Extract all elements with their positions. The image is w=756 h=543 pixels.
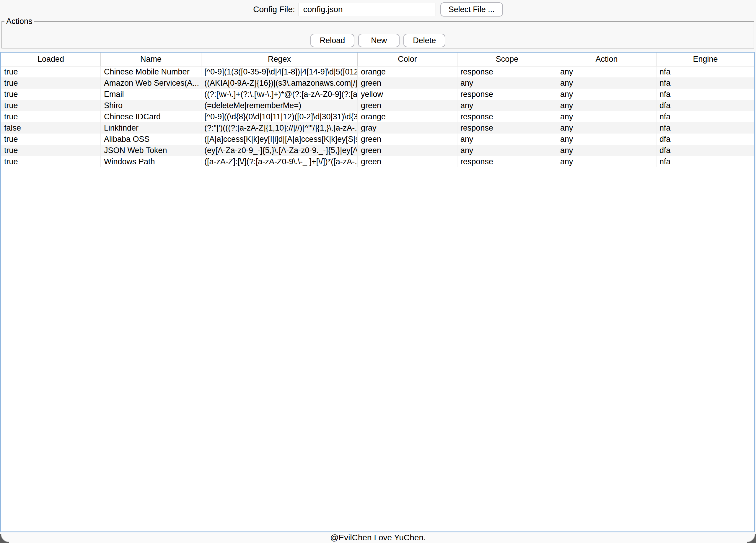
cell-engine[interactable]: nfa: [656, 77, 754, 89]
cell-engine[interactable]: dfa: [656, 100, 754, 111]
cell-name[interactable]: Linkfinder: [101, 122, 201, 133]
table-row[interactable]: true Windows Path ([a-zA-Z]:[\/](?:[a-zA…: [1, 156, 754, 167]
cell-scope[interactable]: response: [457, 122, 557, 133]
reload-button[interactable]: Reload: [310, 34, 355, 47]
cell-engine[interactable]: nfa: [656, 66, 754, 77]
cell-loaded[interactable]: true: [1, 145, 101, 156]
cell-regex[interactable]: (?:"|')(((?:[a-zA-Z]{1,10}://|//)[^"'/]{…: [201, 122, 358, 133]
cell-color[interactable]: gray: [358, 122, 457, 133]
cell-name[interactable]: Windows Path: [101, 156, 201, 167]
cell-regex[interactable]: ((?:[\w-\.]+(?:\.[\w-\.]+)*@(?:[a-zA-Z0-…: [201, 89, 358, 100]
column-header-scope[interactable]: Scope: [457, 53, 557, 66]
cell-action[interactable]: any: [557, 66, 656, 77]
delete-button[interactable]: Delete: [403, 34, 445, 47]
cell-loaded[interactable]: true: [1, 89, 101, 100]
cell-action[interactable]: any: [557, 89, 656, 100]
cell-name[interactable]: Chinese Mobile Number: [101, 66, 201, 77]
status-bar: @EvilChen Love YuChen.: [0, 532, 756, 543]
table-row[interactable]: true Alibaba OSS ([A|a]ccess[K|k]ey[I|i]…: [1, 133, 754, 145]
cell-color[interactable]: green: [358, 100, 457, 111]
cell-name[interactable]: Alibaba OSS: [101, 133, 201, 145]
column-header-regex[interactable]: Regex: [201, 53, 358, 66]
column-header-name[interactable]: Name: [101, 53, 201, 66]
cell-regex[interactable]: ((AKIA[0-9A-Z]{16})|(s3\.amazonaws.com[/…: [201, 77, 358, 89]
cell-scope[interactable]: any: [457, 145, 557, 156]
app-window: Config File: Select File ... Actions Rel…: [0, 0, 756, 543]
cell-engine[interactable]: dfa: [656, 145, 754, 156]
table-row[interactable]: true Email ((?:[\w-\.]+(?:\.[\w-\.]+)*@(…: [1, 89, 754, 100]
cell-action[interactable]: any: [557, 77, 656, 89]
column-header-engine[interactable]: Engine: [656, 53, 754, 66]
table-header-row: Loaded Name Regex Color Scope Action Eng…: [1, 53, 754, 66]
cell-scope[interactable]: response: [457, 156, 557, 167]
cell-name[interactable]: Shiro: [101, 100, 201, 111]
new-button[interactable]: New: [358, 34, 400, 47]
config-file-label: Config File:: [253, 5, 295, 14]
table-row[interactable]: true Shiro (=deleteMe|rememberMe=) green…: [1, 100, 754, 111]
cell-engine[interactable]: dfa: [656, 133, 754, 145]
cell-loaded[interactable]: true: [1, 133, 101, 145]
actions-legend: Actions: [4, 17, 34, 26]
cell-loaded[interactable]: true: [1, 111, 101, 122]
cell-regex[interactable]: (ey[A-Za-z0-9_-]{5,}\.[A-Za-z0-9._-]{5,}…: [201, 145, 358, 156]
cell-regex[interactable]: (=deleteMe|rememberMe=): [201, 100, 358, 111]
cell-color[interactable]: orange: [358, 111, 457, 122]
actions-button-row: Reload New Delete: [2, 34, 754, 47]
table-row[interactable]: true Chinese Mobile Number [^0-9](1(3([0…: [1, 66, 754, 77]
cell-action[interactable]: any: [557, 145, 656, 156]
select-file-button[interactable]: Select File ...: [440, 2, 503, 17]
cell-action[interactable]: any: [557, 122, 656, 133]
cell-scope[interactable]: any: [457, 133, 557, 145]
column-header-action[interactable]: Action: [557, 53, 656, 66]
cell-scope[interactable]: any: [457, 100, 557, 111]
cell-name[interactable]: Amazon Web Services(A...: [101, 77, 201, 89]
cell-regex[interactable]: [^0-9]((\d{8}(0\d|10|11|12)([0-2]\d|30|3…: [201, 111, 358, 122]
cell-loaded[interactable]: true: [1, 100, 101, 111]
cell-loaded[interactable]: true: [1, 156, 101, 167]
cell-engine[interactable]: nfa: [656, 156, 754, 167]
table-row[interactable]: true Chinese IDCard [^0-9]((\d{8}(0\d|10…: [1, 111, 754, 122]
cell-scope[interactable]: any: [457, 77, 557, 89]
cell-color[interactable]: green: [358, 156, 457, 167]
credit-text: @EvilChen Love YuChen.: [330, 533, 426, 542]
cell-engine[interactable]: nfa: [656, 89, 754, 100]
cell-loaded[interactable]: true: [1, 66, 101, 77]
column-header-color[interactable]: Color: [358, 53, 457, 66]
cell-name[interactable]: Email: [101, 89, 201, 100]
cell-scope[interactable]: response: [457, 89, 557, 100]
cell-color[interactable]: orange: [358, 66, 457, 77]
config-bar: Config File: Select File ...: [0, 0, 756, 19]
config-file-input[interactable]: [299, 3, 436, 16]
cell-engine[interactable]: nfa: [656, 122, 754, 133]
cell-loaded[interactable]: true: [1, 77, 101, 89]
cell-action[interactable]: any: [557, 156, 656, 167]
cell-engine[interactable]: nfa: [656, 111, 754, 122]
cell-color[interactable]: green: [358, 133, 457, 145]
actions-groupbox: Actions Reload New Delete: [1, 17, 754, 48]
cell-name[interactable]: JSON Web Token: [101, 145, 201, 156]
cell-action[interactable]: any: [557, 133, 656, 145]
cell-color[interactable]: yellow: [358, 89, 457, 100]
column-header-loaded[interactable]: Loaded: [1, 53, 101, 66]
cell-color[interactable]: green: [358, 145, 457, 156]
cell-regex[interactable]: [^0-9](1(3([0-35-9]\d|4[1-8])|4[14-9]\d|…: [201, 66, 358, 77]
cell-scope[interactable]: response: [457, 66, 557, 77]
cell-regex[interactable]: ([a-zA-Z]:[\/](?:[a-zA-Z0-9\.\-_ ]+[\/])…: [201, 156, 358, 167]
cell-loaded[interactable]: false: [1, 122, 101, 133]
cell-action[interactable]: any: [557, 111, 656, 122]
cell-scope[interactable]: response: [457, 111, 557, 122]
table-row[interactable]: true Amazon Web Services(A... ((AKIA[0-9…: [1, 77, 754, 89]
table-row[interactable]: false Linkfinder (?:"|')(((?:[a-zA-Z]{1,…: [1, 122, 754, 133]
rules-table-container: Loaded Name Regex Color Scope Action Eng…: [0, 52, 755, 532]
cell-regex[interactable]: ([A|a]ccess[K|k]ey[I|i]d|[A|a]ccess[K|k]…: [201, 133, 358, 145]
cell-action[interactable]: any: [557, 100, 656, 111]
cell-name[interactable]: Chinese IDCard: [101, 111, 201, 122]
table-row[interactable]: true JSON Web Token (ey[A-Za-z0-9_-]{5,}…: [1, 145, 754, 156]
cell-color[interactable]: green: [358, 77, 457, 89]
rules-table-body: true Chinese Mobile Number [^0-9](1(3([0…: [1, 66, 754, 167]
rules-table: Loaded Name Regex Color Scope Action Eng…: [1, 53, 754, 167]
